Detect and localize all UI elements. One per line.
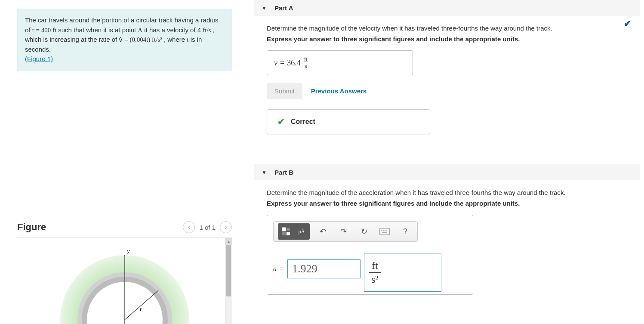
submit-button[interactable]: Submit [267, 83, 302, 99]
part-a-instruction: Express your answer to three significant… [267, 35, 631, 43]
figure-title: Figure [17, 222, 46, 233]
figure-prev-button[interactable]: ‹ [183, 221, 195, 233]
radius-expr: r = 400 ft [32, 27, 56, 34]
vdot-expr: v̇ = (0.004t) ft/s² [119, 36, 162, 43]
part-b-instruction: Express your answer to three significant… [267, 200, 631, 207]
answer-unit: ft s [303, 57, 309, 69]
part-a-prompt: Determine the magnitude of the velocity … [267, 25, 631, 32]
figure-section: Figure ‹ 1 of 1 › [17, 204, 232, 324]
figure-link[interactable]: (Figure 1) [25, 55, 53, 62]
check-icon: ✔ [277, 117, 285, 127]
correct-text: Correct [291, 118, 315, 126]
part-b-body: Determine the magnitude of the accelerat… [254, 180, 640, 303]
part-a-header[interactable]: ▼ Part A ✔ [254, 0, 640, 16]
undo-icon[interactable]: ↶ [315, 224, 330, 239]
part-b-prompt: Determine the magnitude of the accelerat… [267, 189, 631, 196]
figure-header: Figure ‹ 1 of 1 › [17, 221, 232, 238]
equals-sign: = [280, 265, 284, 273]
part-b-input-widget: μÅ ↶ ↷ ↻ ? a = 1.929 ft [267, 215, 473, 295]
template-tools: μÅ [278, 223, 310, 240]
part-b-title: Part B [274, 169, 293, 176]
figure-next-button[interactable]: › [220, 221, 232, 233]
svg-rect-9 [287, 232, 290, 235]
figure-svg: y r [52, 242, 198, 324]
equals-sign: = [280, 59, 284, 68]
figure-body: y r ▲ [17, 238, 232, 324]
correct-feedback: ✔ Correct [267, 109, 430, 134]
part-b-answer-row: a = 1.929 ft s² [273, 250, 467, 288]
unit-input[interactable]: ft s² [364, 253, 441, 292]
check-icon: ✔ [624, 19, 631, 29]
part-a-buttons: Submit Previous Answers [267, 83, 631, 99]
caret-down-icon: ▼ [262, 170, 267, 176]
figure-pager: 1 of 1 [199, 224, 216, 231]
reset-icon[interactable]: ↻ [356, 224, 372, 239]
scroll-thumb[interactable] [226, 245, 231, 296]
svg-rect-10 [379, 228, 390, 235]
figure-scrollbar[interactable]: ▲ [225, 238, 232, 324]
unit-numerator: ft [303, 57, 309, 63]
unit-fraction: ft s² [369, 260, 381, 285]
template-icon[interactable] [279, 224, 293, 239]
help-icon[interactable]: ? [397, 224, 413, 239]
problem-text: such that when it is at point [58, 26, 138, 34]
answer-toolbar: μÅ ↶ ↷ ↻ ? [273, 221, 418, 242]
unit-denominator: s² [369, 273, 381, 285]
unit-numerator: ft [369, 260, 381, 272]
y-axis-label: y [126, 247, 130, 254]
scroll-up-icon[interactable]: ▲ [225, 238, 232, 245]
problem-text: it has a velocity of 4 [144, 26, 203, 34]
previous-answers-link[interactable]: Previous Answers [311, 87, 367, 95]
svg-rect-6 [282, 228, 286, 231]
part-b-header[interactable]: ▼ Part B [254, 164, 640, 180]
keyboard-icon[interactable] [377, 224, 392, 239]
svg-rect-7 [287, 228, 290, 231]
part-a-answer-box: v = 36.4 ft s [267, 50, 413, 75]
unit-denominator: s [304, 63, 308, 69]
r-label: r [140, 306, 142, 312]
part-a-body: Determine the magnitude of the velocity … [254, 16, 640, 143]
t-var: t [187, 36, 188, 43]
answer-var: v [274, 59, 277, 68]
value-input[interactable]: 1.929 [287, 259, 361, 278]
answer-var: a [273, 265, 277, 273]
left-column: The car travels around the portion of a … [0, 0, 245, 324]
caret-down-icon: ▼ [262, 5, 267, 11]
svg-rect-8 [282, 232, 286, 235]
problem-text: , where [164, 36, 187, 43]
point-A: A [138, 27, 142, 34]
velocity-unit: ft/s [203, 27, 211, 34]
page-container: The car travels around the portion of a … [0, 0, 644, 324]
part-a-title: Part A [274, 4, 293, 12]
redo-icon[interactable]: ↷ [336, 224, 351, 239]
units-icon[interactable]: μÅ [294, 224, 309, 239]
problem-statement: The car travels around the portion of a … [17, 9, 232, 71]
answer-value: 36.4 [287, 59, 301, 68]
figure-nav: ‹ 1 of 1 › [183, 221, 232, 233]
right-column: ▼ Part A ✔ Determine the magnitude of th… [245, 0, 644, 324]
